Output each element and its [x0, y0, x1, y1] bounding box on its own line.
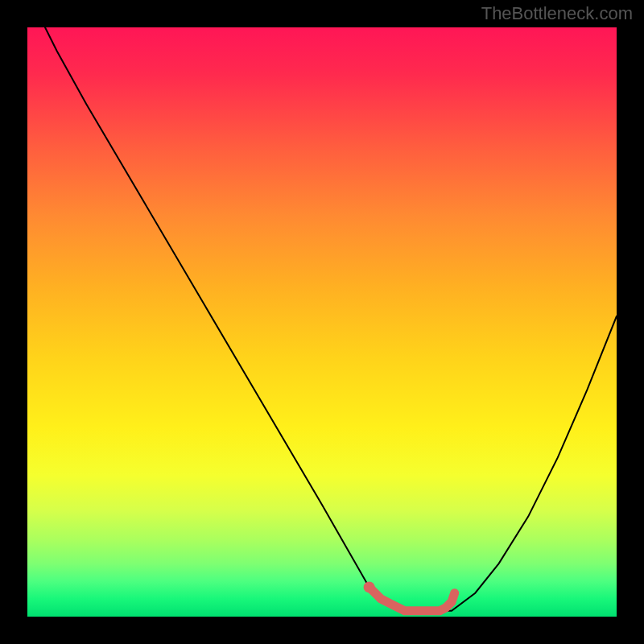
attribution-label: TheBottleneck.com: [481, 3, 633, 24]
highlight-start-dot: [364, 581, 375, 592]
plot-area: [27, 27, 617, 617]
curve-layer: [27, 27, 617, 617]
main-curve: [45, 27, 617, 611]
chart-frame: TheBottleneck.com: [0, 0, 644, 644]
highlight-segment: [369, 587, 455, 610]
